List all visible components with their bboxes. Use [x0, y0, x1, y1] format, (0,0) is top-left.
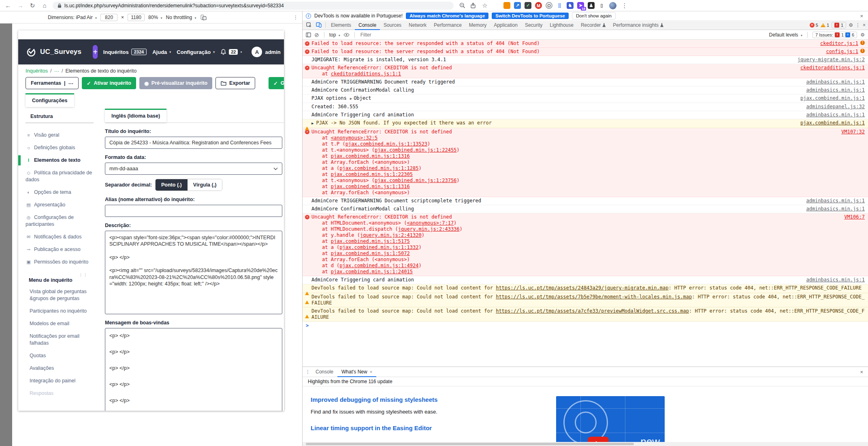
welcome-message-textarea[interactable]: <p> </p> <p> </p> <p> </p> <p> </p> <p> … [105, 328, 282, 411]
export-button[interactable]: Exportar [215, 77, 255, 89]
extension-figure-icon[interactable]: ♟ [588, 2, 595, 9]
console-source-link[interactable]: adminbasics.min.js:1 [806, 112, 865, 118]
tab-elements[interactable]: Elements [327, 20, 355, 30]
rotate-device-icon[interactable] [200, 15, 207, 20]
sidebar-item-configuracoes-participantes[interactable]: ◎Configurações de participantes [26, 211, 99, 231]
console-source-link[interactable]: adminbasics.min.js:1 [806, 277, 865, 283]
device-throttling-select[interactable]: No throttling ▾ [166, 15, 196, 20]
drawer-close-icon[interactable]: × [860, 369, 866, 375]
whats-new-item-title[interactable]: Improved debugging of missing stylesheet… [311, 396, 550, 403]
object-preview[interactable]: Object [354, 95, 371, 101]
menu-item-participantes-inquerito[interactable]: Participantes no inquérito [26, 305, 99, 317]
issue-icon[interactable]: ! [860, 49, 865, 53]
nav-configuration[interactable]: Configuração ▾ [177, 49, 215, 55]
menu-item-quotas[interactable]: Quotas [26, 350, 99, 362]
device-dimensions-select[interactable]: Dimensions: iPad Air ▾ [48, 15, 97, 20]
console-source-link[interactable]: jquery-migrate.min.js:2 [798, 57, 865, 63]
console-source-link[interactable]: pjax.combined.min.js:1 [800, 95, 865, 101]
log-levels-select[interactable]: Default levels ▾ [769, 32, 802, 38]
nav-help[interactable]: Ajuda ▾ [152, 49, 171, 55]
drawer-tab-whats-new[interactable]: What's New × [337, 367, 376, 377]
console-source-link[interactable]: ckeditoradditions.js:1 [800, 65, 865, 71]
console-prompt[interactable]: > [303, 322, 868, 330]
extension-ring-icon[interactable]: O [546, 2, 552, 9]
zoom-out-icon[interactable] [459, 2, 465, 9]
address-bar[interactable]: ls.uc.pt/index.php/surveyAdministration/… [53, 2, 454, 10]
execution-context-select[interactable]: top ▾ [329, 32, 340, 38]
menu-item-avaliacoes[interactable]: Avaliações [26, 362, 99, 375]
survey-title-input[interactable] [105, 137, 282, 149]
tab-network[interactable]: Network [405, 20, 430, 30]
extension-rss-icon[interactable] [503, 2, 510, 9]
console-source-link[interactable]: adminbasics.min.js:1 [806, 79, 865, 85]
sidebar-item-publicacao-acesso[interactable]: ⊸Publicação e acesso [26, 243, 99, 256]
device-height-input[interactable] [128, 14, 145, 21]
extension-gmail-icon[interactable]: M [535, 2, 542, 9]
tab-performance-insights[interactable]: Performance insights [609, 20, 667, 30]
console-sidebar-icon[interactable] [306, 32, 311, 37]
error-count-badge[interactable]: ✕ 5 [810, 23, 818, 28]
expand-icon[interactable]: ▶ [350, 96, 352, 101]
sidebar-item-opcoes-de-tema[interactable]: ◐Opções de tema [26, 186, 99, 199]
tab-estrutura[interactable]: Estrutura [26, 110, 58, 122]
sidebar-item-elementos-de-texto[interactable]: IElementos de texto [26, 154, 99, 167]
home-icon[interactable]: ⌂ [41, 2, 49, 9]
whats-new-item-title[interactable]: Linear timing support in the Easing Edit… [311, 425, 550, 431]
tab-security[interactable]: Security [521, 20, 546, 30]
notifications-menu[interactable]: 22 ▾ [220, 49, 242, 55]
console-settings-icon[interactable]: ⚙ [860, 32, 865, 38]
app-logo[interactable]: UC_Surveys [26, 46, 81, 58]
dont-show-again-button[interactable]: Don't show again [572, 12, 616, 19]
preview-survey-button[interactable]: ◉ Pré-visualizar inquérito [139, 77, 212, 89]
inspect-element-icon[interactable] [304, 21, 314, 30]
drawer-menu-icon[interactable]: ⋮ [304, 369, 311, 375]
extension-knight-icon[interactable]: ♞ [567, 2, 574, 9]
survey-alias-input[interactable] [105, 205, 282, 217]
console-source-link[interactable]: VM106:7 [844, 214, 865, 220]
user-menu[interactable]: A admin [252, 47, 280, 57]
device-zoom-select[interactable]: 80% ▾ [148, 15, 162, 20]
decimal-comma-option[interactable]: Vírgula (,) [188, 179, 222, 191]
sidebar-item-visao-geral[interactable]: ≡Visão geral [26, 129, 99, 142]
menu-item-vista-global[interactable]: Vista global de perguntas &grupos de per… [26, 285, 99, 305]
device-toolbar-menu-icon[interactable]: ⋮ [293, 15, 298, 20]
tab-memory[interactable]: Memory [465, 20, 490, 30]
menu-item-notificacoes-email-falhadas[interactable]: Notificações por email falhadas [26, 330, 99, 350]
reload-icon[interactable]: ↻ [28, 2, 36, 9]
tab-application[interactable]: Application [490, 20, 521, 30]
date-format-select[interactable]: mm-dd-aaaa [105, 163, 282, 175]
menu-item-integracao-painel[interactable]: Integração do painel [26, 375, 99, 387]
nav-surveys[interactable]: Inquéritos 2324 [103, 49, 147, 55]
console-source-link[interactable]: VM107:32 [841, 129, 865, 135]
decimal-point-option[interactable]: Ponto (.) [156, 179, 188, 191]
clear-console-icon[interactable]: ⊘ [314, 32, 319, 38]
console-source-link[interactable]: adminbasics.min.js:1 [806, 87, 865, 93]
tab-lighthouse[interactable]: Lighthouse [546, 20, 577, 30]
device-toolbar-toggle-icon[interactable] [314, 21, 324, 30]
close-whats-new-icon[interactable]: × [370, 367, 372, 377]
browser-menu-icon[interactable]: ⋮ [621, 2, 629, 9]
sidebar-item-notificacoes-dados[interactable]: ✉Notificações & dados [26, 231, 99, 243]
issue-icon[interactable]: ! [860, 41, 865, 45]
drawer-tab-console[interactable]: Console [311, 367, 337, 377]
warning-count-badge[interactable]: 1 [821, 23, 829, 28]
extension-pointer-icon[interactable]: ➤18 [577, 2, 584, 9]
expand-icon[interactable]: ▶ [311, 121, 314, 125]
drag-handle-icon[interactable]: ⋮⋮ [26, 273, 99, 277]
switch-devtools-portuguese-button[interactable]: Switch DevTools to Portuguese [492, 13, 569, 19]
breadcrumb-ellipsis[interactable]: ⋯ [54, 68, 59, 74]
activate-survey-button[interactable]: ✓ Ativar inquérito [82, 77, 136, 89]
tab-recorder[interactable]: Recorder [577, 20, 609, 30]
horizontal-scrollbar[interactable] [303, 442, 868, 446]
issues-summary-badge[interactable]: 7 Issues: ! 1 ≡ 6 [813, 32, 857, 38]
live-expression-eye-icon[interactable] [343, 33, 350, 37]
console-source-link[interactable]: adminbasics.min.js:1 [806, 198, 865, 204]
forward-icon[interactable]: → [16, 2, 24, 9]
console-filter-input[interactable] [360, 32, 449, 38]
extension-grid-icon[interactable]: ⣿ [556, 2, 563, 9]
tab-configuracoes[interactable]: Configurações [26, 93, 74, 107]
tab-language-base[interactable]: Inglês (Idioma base) [105, 109, 166, 122]
share-icon[interactable] [470, 2, 476, 9]
create-survey-button[interactable]: + [93, 45, 98, 59]
back-icon[interactable]: ← [4, 2, 12, 9]
